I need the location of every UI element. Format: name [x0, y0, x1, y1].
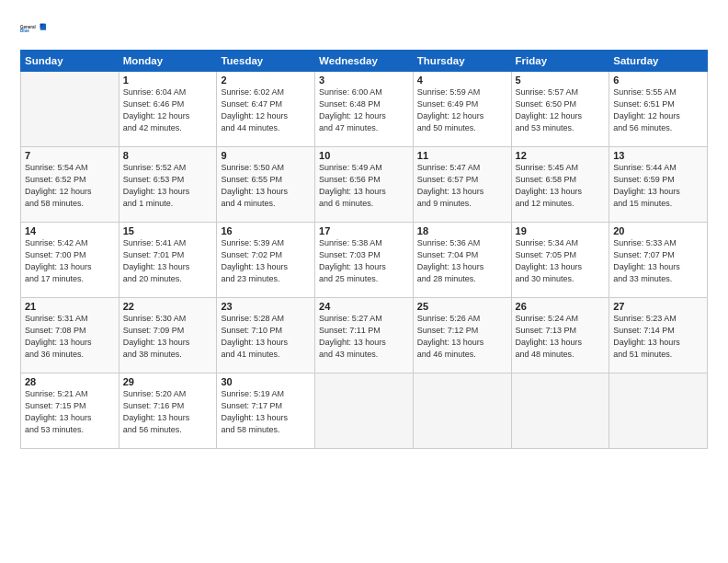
calendar-cell: 24Sunrise: 5:27 AMSunset: 7:11 PMDayligh… [315, 298, 414, 373]
logo-icon: GeneralBlue [20, 17, 46, 42]
calendar-cell: 26Sunrise: 5:24 AMSunset: 7:13 PMDayligh… [511, 298, 609, 373]
day-number: 27 [613, 301, 703, 312]
calendar-cell [315, 373, 414, 449]
weekday-header-saturday: Saturday [609, 51, 708, 72]
day-info: Sunrise: 5:47 AMSunset: 6:57 PMDaylight:… [417, 162, 507, 210]
calendar-week-3: 14Sunrise: 5:42 AMSunset: 7:00 PMDayligh… [21, 223, 708, 298]
weekday-header-monday: Monday [119, 51, 217, 72]
day-info: Sunrise: 5:42 AMSunset: 7:00 PMDaylight:… [25, 237, 115, 285]
day-info: Sunrise: 5:39 AMSunset: 7:02 PMDaylight:… [221, 237, 311, 285]
day-number: 19 [516, 225, 606, 236]
calendar-cell: 8Sunrise: 5:52 AMSunset: 6:53 PMDaylight… [119, 147, 217, 223]
day-info: Sunrise: 5:28 AMSunset: 7:10 PMDaylight:… [221, 313, 311, 361]
day-info: Sunrise: 5:55 AMSunset: 6:51 PMDaylight:… [613, 86, 703, 134]
day-info: Sunrise: 5:52 AMSunset: 6:53 PMDaylight:… [123, 162, 213, 210]
day-number: 30 [221, 376, 311, 387]
calendar-cell: 18Sunrise: 5:36 AMSunset: 7:04 PMDayligh… [413, 223, 511, 298]
weekday-header-tuesday: Tuesday [217, 51, 315, 72]
calendar-cell: 5Sunrise: 5:57 AMSunset: 6:50 PMDaylight… [511, 72, 609, 147]
day-info: Sunrise: 5:26 AMSunset: 7:12 PMDaylight:… [417, 313, 507, 361]
calendar-week-2: 7Sunrise: 5:54 AMSunset: 6:52 PMDaylight… [21, 147, 708, 223]
calendar-cell: 29Sunrise: 5:20 AMSunset: 7:16 PMDayligh… [119, 373, 217, 449]
day-number: 6 [613, 75, 703, 86]
calendar-week-4: 21Sunrise: 5:31 AMSunset: 7:08 PMDayligh… [21, 298, 708, 373]
calendar-cell [21, 72, 119, 147]
day-number: 23 [221, 301, 311, 312]
day-info: Sunrise: 5:38 AMSunset: 7:03 PMDaylight:… [319, 237, 409, 285]
day-info: Sunrise: 5:34 AMSunset: 7:05 PMDaylight:… [516, 237, 606, 285]
calendar-cell [609, 373, 708, 449]
calendar-cell: 2Sunrise: 6:02 AMSunset: 6:47 PMDaylight… [217, 72, 315, 147]
calendar-cell: 27Sunrise: 5:23 AMSunset: 7:14 PMDayligh… [609, 298, 708, 373]
calendar-cell: 6Sunrise: 5:55 AMSunset: 6:51 PMDaylight… [609, 72, 708, 147]
calendar-cell: 9Sunrise: 5:50 AMSunset: 6:55 PMDaylight… [217, 147, 315, 223]
calendar-cell: 12Sunrise: 5:45 AMSunset: 6:58 PMDayligh… [511, 147, 609, 223]
calendar-cell: 7Sunrise: 5:54 AMSunset: 6:52 PMDaylight… [21, 147, 119, 223]
day-number: 26 [516, 301, 606, 312]
svg-text:General: General [20, 25, 36, 29]
day-info: Sunrise: 5:50 AMSunset: 6:55 PMDaylight:… [221, 162, 311, 210]
day-info: Sunrise: 5:31 AMSunset: 7:08 PMDaylight:… [25, 313, 115, 361]
day-info: Sunrise: 5:57 AMSunset: 6:50 PMDaylight:… [516, 86, 606, 134]
calendar-cell: 14Sunrise: 5:42 AMSunset: 7:00 PMDayligh… [21, 223, 119, 298]
weekday-header-friday: Friday [511, 51, 609, 72]
day-number: 13 [613, 150, 703, 161]
day-info: Sunrise: 5:59 AMSunset: 6:49 PMDaylight:… [417, 86, 507, 134]
day-info: Sunrise: 6:02 AMSunset: 6:47 PMDaylight:… [221, 86, 311, 134]
calendar-cell: 10Sunrise: 5:49 AMSunset: 6:56 PMDayligh… [315, 147, 414, 223]
day-number: 9 [221, 150, 311, 161]
day-info: Sunrise: 5:21 AMSunset: 7:15 PMDaylight:… [25, 388, 115, 436]
day-info: Sunrise: 5:24 AMSunset: 7:13 PMDaylight:… [516, 313, 606, 361]
day-number: 7 [25, 150, 115, 161]
page-header: GeneralBlue [20, 17, 708, 42]
calendar-cell: 23Sunrise: 5:28 AMSunset: 7:10 PMDayligh… [217, 298, 315, 373]
calendar-cell: 1Sunrise: 6:04 AMSunset: 6:46 PMDaylight… [119, 72, 217, 147]
day-number: 8 [123, 150, 213, 161]
day-number: 4 [417, 75, 507, 86]
calendar-cell: 21Sunrise: 5:31 AMSunset: 7:08 PMDayligh… [21, 298, 119, 373]
day-number: 25 [417, 301, 507, 312]
day-info: Sunrise: 5:23 AMSunset: 7:14 PMDaylight:… [613, 313, 703, 361]
calendar-cell: 30Sunrise: 5:19 AMSunset: 7:17 PMDayligh… [217, 373, 315, 449]
calendar-cell: 20Sunrise: 5:33 AMSunset: 7:07 PMDayligh… [609, 223, 708, 298]
day-number: 28 [25, 376, 115, 387]
calendar-week-1: 1Sunrise: 6:04 AMSunset: 6:46 PMDaylight… [21, 72, 708, 147]
day-number: 21 [25, 301, 115, 312]
day-number: 5 [516, 75, 606, 86]
day-info: Sunrise: 5:36 AMSunset: 7:04 PMDaylight:… [417, 237, 507, 285]
day-number: 18 [417, 225, 507, 236]
calendar-cell: 25Sunrise: 5:26 AMSunset: 7:12 PMDayligh… [413, 298, 511, 373]
calendar-cell: 13Sunrise: 5:44 AMSunset: 6:59 PMDayligh… [609, 147, 708, 223]
day-number: 2 [221, 75, 311, 86]
day-info: Sunrise: 6:00 AMSunset: 6:48 PMDaylight:… [319, 86, 409, 134]
logo: GeneralBlue [20, 17, 46, 42]
day-info: Sunrise: 5:44 AMSunset: 6:59 PMDaylight:… [613, 162, 703, 210]
day-number: 16 [221, 225, 311, 236]
weekday-header-thursday: Thursday [413, 51, 511, 72]
calendar-cell: 22Sunrise: 5:30 AMSunset: 7:09 PMDayligh… [119, 298, 217, 373]
weekday-header-wednesday: Wednesday [315, 51, 414, 72]
day-info: Sunrise: 5:27 AMSunset: 7:11 PMDaylight:… [319, 313, 409, 361]
calendar-cell: 11Sunrise: 5:47 AMSunset: 6:57 PMDayligh… [413, 147, 511, 223]
day-info: Sunrise: 5:41 AMSunset: 7:01 PMDaylight:… [123, 237, 213, 285]
weekday-header-row: SundayMondayTuesdayWednesdayThursdayFrid… [21, 51, 708, 72]
day-info: Sunrise: 5:45 AMSunset: 6:58 PMDaylight:… [516, 162, 606, 210]
day-number: 10 [319, 150, 409, 161]
day-number: 12 [516, 150, 606, 161]
calendar-cell: 3Sunrise: 6:00 AMSunset: 6:48 PMDaylight… [315, 72, 414, 147]
day-info: Sunrise: 5:33 AMSunset: 7:07 PMDaylight:… [613, 237, 703, 285]
day-number: 1 [123, 75, 213, 86]
day-info: Sunrise: 5:49 AMSunset: 6:56 PMDaylight:… [319, 162, 409, 210]
calendar-cell: 19Sunrise: 5:34 AMSunset: 7:05 PMDayligh… [511, 223, 609, 298]
day-number: 15 [123, 225, 213, 236]
day-info: Sunrise: 5:54 AMSunset: 6:52 PMDaylight:… [25, 162, 115, 210]
calendar-cell [413, 373, 511, 449]
day-number: 20 [613, 225, 703, 236]
calendar-cell: 15Sunrise: 5:41 AMSunset: 7:01 PMDayligh… [119, 223, 217, 298]
day-info: Sunrise: 5:30 AMSunset: 7:09 PMDaylight:… [123, 313, 213, 361]
day-number: 3 [319, 75, 409, 86]
calendar-cell: 17Sunrise: 5:38 AMSunset: 7:03 PMDayligh… [315, 223, 414, 298]
day-number: 29 [123, 376, 213, 387]
calendar-cell: 28Sunrise: 5:21 AMSunset: 7:15 PMDayligh… [21, 373, 119, 449]
day-number: 22 [123, 301, 213, 312]
